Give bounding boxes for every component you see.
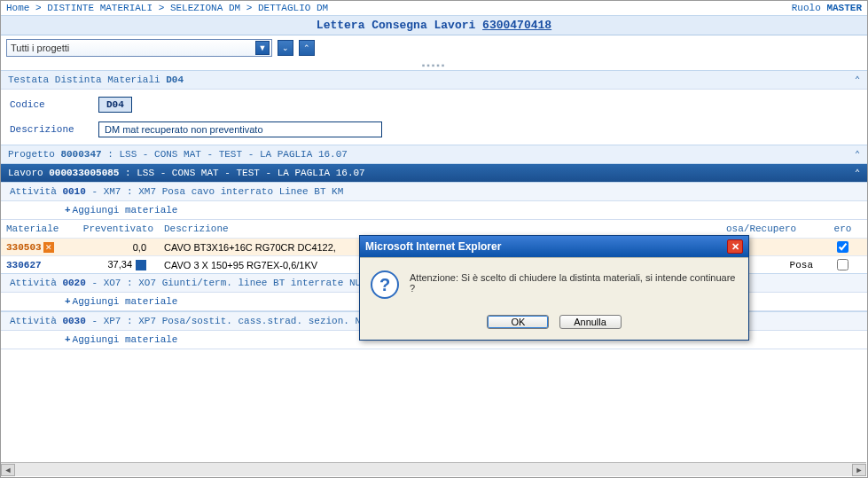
expand-down-button[interactable]: ⌄ bbox=[278, 40, 293, 56]
project-dropdown[interactable]: Tutti i progetti ▼ bbox=[6, 39, 272, 57]
horizontal-scrollbar[interactable]: ◄ ► bbox=[1, 462, 866, 476]
add-materiale-link[interactable]: Aggiungi materiale bbox=[61, 203, 181, 217]
progetto-header[interactable]: Progetto 8000347 : LSS - CONS MAT - TEST… bbox=[1, 145, 867, 163]
delete-row-icon[interactable]: ✕ bbox=[43, 242, 54, 253]
dialog-titlebar[interactable]: Microsoft Internet Explorer ✕ bbox=[360, 236, 748, 257]
breadcrumb: Home > DISTINTE MATERIALI > SELEZIONA DM… bbox=[6, 3, 328, 13]
descrizione-label: Descrizione bbox=[10, 124, 98, 135]
scroll-right-button[interactable]: ► bbox=[852, 464, 866, 476]
activity-0010-header[interactable]: Attività 0010 - XM7 : XM7 Posa cavo inte… bbox=[1, 182, 867, 200]
collapse-icon[interactable]: ⌃ bbox=[855, 149, 860, 160]
edit-icon[interactable] bbox=[136, 260, 146, 270]
splitter-handle[interactable]: ▪▪▪▪▪ bbox=[1, 60, 867, 70]
recupero-checkbox[interactable] bbox=[837, 259, 848, 270]
codice-label: Codice bbox=[10, 99, 98, 110]
question-icon: ? bbox=[371, 270, 399, 299]
descrizione-input[interactable] bbox=[98, 121, 382, 137]
add-materiale-link[interactable]: Aggiungi materiale bbox=[61, 333, 181, 347]
role-indicator: Ruolo MASTER bbox=[792, 3, 862, 13]
codice-value: D04 bbox=[98, 97, 132, 113]
testata-header: Testata Distinta Materiali D04 ⌃ bbox=[1, 71, 867, 89]
breadcrumb-l1[interactable]: DISTINTE MATERIALI bbox=[47, 3, 152, 13]
breadcrumb-bar: Home > DISTINTE MATERIALI > SELEZIONA DM… bbox=[1, 1, 867, 16]
collapse-icon[interactable]: ⌃ bbox=[855, 74, 860, 85]
cancel-button[interactable]: Annulla bbox=[559, 315, 622, 329]
lavoro-header[interactable]: Lavoro 000033005085 : LSS - CONS MAT - T… bbox=[1, 164, 867, 182]
ok-button[interactable]: OK bbox=[487, 315, 549, 329]
confirm-dialog: Microsoft Internet Explorer ✕ ? Attenzio… bbox=[359, 235, 749, 341]
scroll-left-button[interactable]: ◄ bbox=[1, 464, 15, 476]
col-recupero: ero bbox=[818, 220, 867, 239]
page-title: Lettera Consegna Lavori 6300470418 bbox=[1, 16, 867, 35]
col-preventivato: Preventivato bbox=[70, 220, 159, 239]
recupero-checkbox[interactable] bbox=[837, 241, 848, 253]
collapse-up-button[interactable]: ⌃ bbox=[299, 40, 315, 56]
filter-row: Tutti i progetti ▼ ⌄ ⌃ bbox=[1, 35, 867, 60]
breadcrumb-l2[interactable]: SELEZIONA DM bbox=[170, 3, 240, 13]
dialog-text: Attenzione: Si è scelto di chiudere la d… bbox=[410, 270, 738, 294]
add-materiale-link[interactable]: Aggiungi materiale bbox=[61, 294, 181, 309]
breadcrumb-home[interactable]: Home bbox=[6, 3, 29, 13]
close-icon[interactable]: ✕ bbox=[727, 239, 743, 254]
breadcrumb-l3[interactable]: DETTAGLIO DM bbox=[258, 3, 328, 13]
chevron-down-icon: ▼ bbox=[255, 41, 270, 55]
collapse-icon[interactable]: ⌃ bbox=[855, 168, 860, 178]
lc-number-link[interactable]: 6300470418 bbox=[482, 19, 551, 32]
col-materiale: Materiale bbox=[1, 220, 70, 239]
